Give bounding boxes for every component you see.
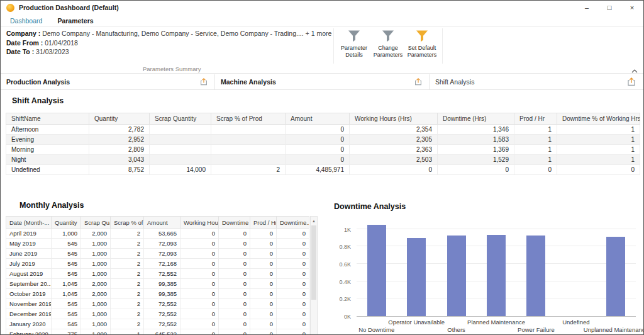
bar-planned-maintenance[interactable]: [487, 235, 506, 316]
column-header[interactable]: Prod / Hr: [250, 217, 277, 229]
tab-shift-analysis[interactable]: Shift Analysis: [430, 74, 643, 89]
table-cell: 1,000: [81, 309, 111, 319]
table-cell: 2: [211, 165, 286, 175]
table-cell: 0: [180, 319, 219, 329]
close-button[interactable]: ×: [621, 1, 643, 14]
table-cell: 0: [219, 289, 250, 299]
bar-power-failure[interactable]: [526, 236, 545, 316]
export-icon[interactable]: [199, 77, 208, 86]
table-row[interactable]: Evening2,95202,3051,58311: [6, 135, 640, 145]
column-header[interactable]: Working Hours (Hrs): [350, 113, 438, 125]
date-from-line: Date From : 01/04/2018: [6, 38, 331, 48]
column-header[interactable]: Scrap % of P...: [111, 217, 144, 229]
column-header[interactable]: Quantity: [89, 113, 150, 125]
column-header[interactable]: Scrap % of Prod: [211, 113, 286, 125]
table-cell: August 2019: [6, 269, 52, 279]
table-cell: 0: [250, 269, 277, 279]
table-row[interactable]: Afternoon2,78202,3541,34611: [6, 125, 640, 135]
set-default-parameters-button[interactable]: Set Default Parameters: [405, 28, 439, 58]
table-cell: May 2019: [6, 239, 52, 249]
table-cell: 0: [219, 329, 250, 335]
table-cell: [211, 125, 286, 135]
table-cell: 0: [277, 249, 309, 259]
column-header[interactable]: Working Hours...: [180, 217, 219, 229]
column-header[interactable]: Date (Month-...: [6, 217, 52, 229]
column-header[interactable]: Downtime (Hrs): [438, 113, 514, 125]
column-header[interactable]: Downtime % of Working Hrs: [557, 113, 640, 125]
table-row[interactable]: April 20191,0002,000253,6650000: [6, 229, 309, 239]
table-cell: 0: [180, 279, 219, 289]
column-header[interactable]: Scrap Qua...: [81, 217, 111, 229]
change-parameters-button[interactable]: Change Parameters: [371, 28, 405, 58]
x-axis-category-label: Power Failure: [518, 326, 555, 333]
table-row[interactable]: Night3,04302,5031,52911: [6, 155, 640, 165]
column-header[interactable]: Amount: [286, 113, 350, 125]
table-cell: 1: [514, 125, 557, 135]
tab-dashboard[interactable]: Dashboard: [10, 17, 42, 25]
tab-parameters[interactable]: Parameters: [57, 17, 93, 25]
table-row[interactable]: Morning2,80902,3631,36911: [6, 145, 640, 155]
scroll-up-icon[interactable]: ▲: [311, 217, 317, 225]
table-cell: November 2019: [6, 299, 52, 309]
table-row[interactable]: November 20195451,000272,5520000: [6, 299, 309, 309]
table-cell: 72,552: [144, 299, 180, 309]
bar-slot: [516, 221, 556, 316]
table-cell: 72,552: [144, 269, 180, 279]
table-row[interactable]: June 20195451,000272,0930000: [6, 249, 309, 259]
table-cell: 0: [219, 259, 250, 269]
table-row[interactable]: July 20195451,000272,1680000: [6, 259, 309, 269]
tab-machine-analysis[interactable]: Machine Analysis: [215, 74, 430, 89]
export-icon[interactable]: [626, 77, 637, 87]
table-cell: 0: [277, 299, 309, 309]
parameter-details-button[interactable]: Parameter Details: [337, 28, 371, 58]
column-header[interactable]: ShiftName: [6, 113, 89, 125]
monthly-analysis-table: Date (Month-...QuantityScrap Qua...Scrap…: [6, 216, 309, 335]
y-axis-tick-label: 0.6K: [339, 261, 351, 268]
funnel-icon: [347, 30, 362, 43]
column-header[interactable]: Prod / Hr: [514, 113, 557, 125]
column-header[interactable]: Downtime...: [277, 217, 309, 229]
table-cell: 0: [180, 269, 219, 279]
column-header[interactable]: Scrap Quantity: [150, 113, 211, 125]
scrollbar-thumb[interactable]: [311, 225, 316, 300]
table-row[interactable]: October 20191,0452,000299,3850000: [6, 289, 309, 299]
table-row[interactable]: February 20207751,0001645,5220000: [6, 329, 309, 335]
table-cell: Afternoon: [6, 125, 89, 135]
table-row[interactable]: August 20195451,000272,5520000: [6, 269, 309, 279]
tab-production-analysis[interactable]: Production Analysis: [1, 74, 215, 89]
table-cell: 1: [514, 155, 557, 165]
table-row[interactable]: September 20...1,0452,000299,3850000: [6, 279, 309, 289]
table-row[interactable]: May 20195451,000272,0930000: [6, 239, 309, 249]
table-cell: 1: [111, 329, 144, 335]
table-cell: 0: [180, 299, 219, 309]
bar-slot: [357, 221, 396, 316]
export-icon[interactable]: [414, 77, 423, 86]
bar-operator-unavailable[interactable]: [407, 238, 426, 316]
table-cell: 2,503: [350, 155, 438, 165]
x-axis-category-label: Others: [447, 326, 465, 333]
table-cell: 0: [219, 299, 250, 309]
bar-no-downtime[interactable]: [367, 225, 386, 316]
bar-unplanned-maintenance[interactable]: [606, 237, 625, 316]
bar-others[interactable]: [447, 236, 466, 317]
table-row[interactable]: December 20195451,000272,5520000: [6, 309, 309, 319]
table-cell: 2: [111, 289, 144, 299]
vertical-scrollbar[interactable]: ▲: [310, 216, 318, 335]
table-cell: 2: [111, 259, 144, 269]
parameters-summary-label: Parameters Summary: [143, 65, 201, 72]
table-row[interactable]: January 20205451,000272,5520000: [6, 319, 309, 329]
column-header[interactable]: Quantity: [52, 217, 81, 229]
table-cell: 0: [219, 309, 250, 319]
table-cell: 0: [438, 165, 514, 175]
table-row[interactable]: Undefined8,75214,00024,485,9710000: [6, 165, 640, 175]
minimize-button[interactable]: –: [575, 1, 598, 14]
table-cell: 0: [250, 289, 277, 299]
column-header[interactable]: Downtime (...: [219, 217, 250, 229]
column-header[interactable]: Amount: [144, 217, 180, 229]
table-cell: 0: [180, 239, 219, 249]
downtime-chart: 0K0.2K0.4K0.6K0.8K1K No DowntimeOperator…: [334, 216, 640, 334]
table-cell: 2,000: [81, 229, 111, 239]
collapse-chevron-icon[interactable]: [630, 65, 640, 73]
table-cell: 0: [286, 155, 350, 165]
maximize-button[interactable]: □: [598, 1, 621, 14]
